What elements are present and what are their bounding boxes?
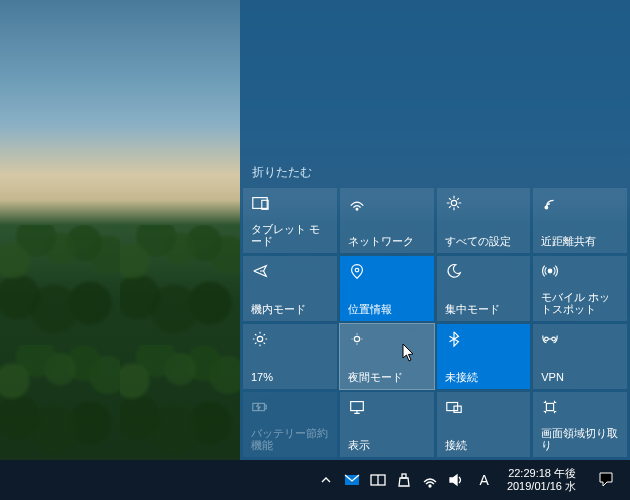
tile-tablet[interactable]: タブレット モード [243,188,337,253]
tile-label: すべての設定 [445,235,523,247]
clock-time: 22:29:18 午後 [507,467,576,480]
tile-label: モバイル ホットスポット [541,291,619,315]
battery-icon [251,398,329,416]
svg-rect-16 [547,403,554,410]
tile-label: 表示 [348,439,426,451]
ime-indicator[interactable]: A [474,472,495,488]
volume-icon[interactable] [448,472,464,488]
svg-point-7 [257,336,262,341]
svg-point-5 [355,268,359,272]
svg-point-3 [451,200,456,205]
tile-label: タブレット モード [251,223,329,247]
project-icon [348,398,426,416]
gear-icon [445,194,523,212]
power-icon[interactable] [396,472,412,488]
tile-settings[interactable]: すべての設定 [437,188,531,253]
svg-point-9 [545,337,549,341]
tile-bluetooth[interactable]: 未接続 [437,324,531,389]
tile-airplane[interactable]: 機内モード [243,256,337,321]
svg-point-10 [552,337,556,341]
hotspot-icon [541,262,619,280]
tile-network[interactable]: ネットワーク [340,188,434,253]
clock[interactable]: 22:29:18 午後 2019/01/16 水 [499,467,584,493]
tile-label: 接続 [445,439,523,451]
notification-area [240,0,630,156]
system-tray [312,472,470,488]
location-icon [348,262,426,280]
vpn-icon [541,330,619,348]
tile-label: 位置情報 [348,303,426,315]
taskbar: A 22:29:18 午後 2019/01/16 水 [0,460,630,500]
tile-snip[interactable]: 画面領域切り取り [533,392,627,457]
tile-label: ネットワーク [348,235,426,247]
action-center-icon[interactable] [588,471,624,489]
connect-icon [445,398,523,416]
airplane-icon [251,262,329,280]
tile-brightness[interactable]: 17% [243,324,337,389]
tile-label: 17% [251,371,329,383]
tile-battery[interactable]: バッテリー節約機能 [243,392,337,457]
tile-label: 未接続 [445,371,523,383]
tile-connect[interactable]: 接続 [437,392,531,457]
tile-label: バッテリー節約機能 [251,427,329,451]
svg-rect-13 [350,402,363,411]
tablet-mode-tray-icon[interactable] [370,472,386,488]
mouse-cursor [402,343,416,363]
tile-label: 近距離共有 [541,235,619,247]
svg-point-21 [429,485,431,487]
tray-chevron-icon[interactable] [318,472,334,488]
tile-location[interactable]: 位置情報 [340,256,434,321]
moon-icon [445,262,523,280]
tile-hotspot[interactable]: モバイル ホットスポット [533,256,627,321]
sun-icon [251,330,329,348]
tile-focus[interactable]: 集中モード [437,256,531,321]
tile-label: VPN [541,371,619,383]
collapse-toggle[interactable]: 折りたたむ [240,156,630,185]
clock-date: 2019/01/16 水 [507,480,576,493]
snip-icon [541,398,619,416]
network-tray-icon[interactable] [422,472,438,488]
mail-icon[interactable] [344,472,360,488]
tile-nightlight[interactable]: 夜間モード [340,324,434,389]
action-center-panel: 折りたたむ タブレット モードネットワークすべての設定近距離共有機内モード位置情… [240,0,630,460]
quick-action-tiles: タブレット モードネットワークすべての設定近距離共有機内モード位置情報集中モード… [240,185,630,460]
share-icon [541,194,619,212]
svg-rect-12 [265,405,267,409]
svg-point-8 [354,336,359,341]
tile-project[interactable]: 表示 [340,392,434,457]
bluetooth-icon [445,330,523,348]
network-icon [348,194,426,212]
svg-point-2 [356,208,358,210]
tile-vpn[interactable]: VPN [533,324,627,389]
tile-label: 画面領域切り取り [541,427,619,451]
svg-point-6 [548,269,552,273]
tile-label: 夜間モード [348,371,426,383]
svg-rect-0 [253,198,267,209]
tablet-icon [251,194,329,212]
tile-label: 集中モード [445,303,523,315]
tile-label: 機内モード [251,303,329,315]
tile-nearby[interactable]: 近距離共有 [533,188,627,253]
